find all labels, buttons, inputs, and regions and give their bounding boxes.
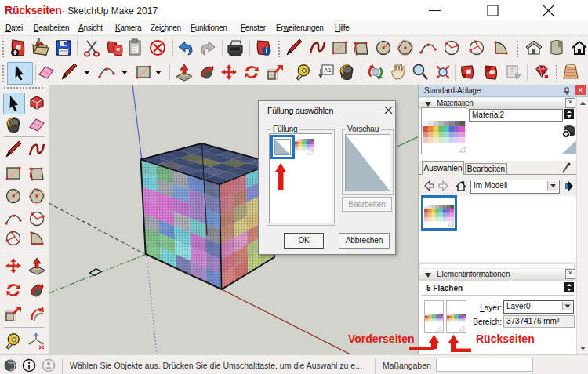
svg-text:Vorderseiten: Vorderseiten <box>348 332 415 345</box>
svg-text:A1: A1 <box>324 67 332 74</box>
svg-text:Rückseiten: Rückseiten <box>476 332 535 345</box>
